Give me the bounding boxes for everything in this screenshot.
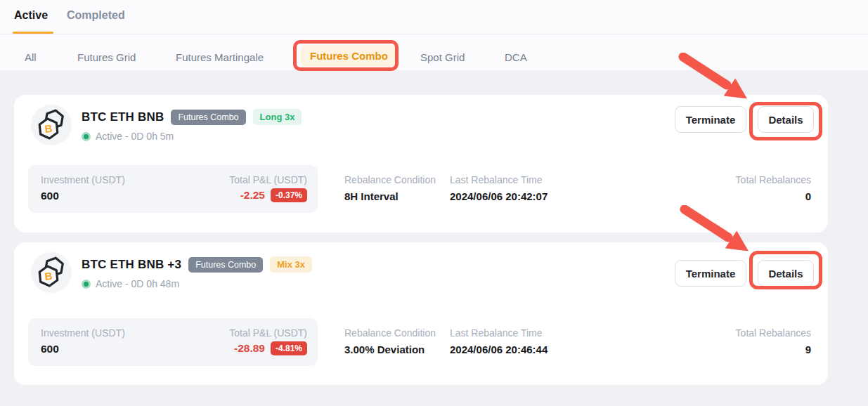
total-rebalances-value: 9 bbox=[736, 343, 811, 355]
rebalance-condition-label: Rebalance Condition bbox=[344, 327, 436, 339]
bot-status: Active - 0D 0h 5m bbox=[82, 131, 174, 142]
rebalance-condition-value: 8H Interval bbox=[344, 190, 436, 202]
bot-status: Active - 0D 0h 48m bbox=[82, 278, 179, 289]
bot-card-1: B BTC ETH BNB Futures Combo Long 3x Acti… bbox=[14, 95, 828, 233]
pnl-label: Total P&L (USDT) bbox=[229, 174, 307, 185]
bot-card-2: B BTC ETH BNB +3 Futures Combo Mix 3x Ac… bbox=[14, 242, 828, 385]
investment-label: Investment (USDT) bbox=[41, 174, 125, 185]
last-rebalance-time-label: Last Rebalance Time bbox=[450, 327, 548, 339]
investment-value: 600 bbox=[41, 343, 125, 355]
filter-tab-futures-combo-selected[interactable]: Futures Combo bbox=[301, 45, 397, 67]
trading-bots-page: Active Completed All Futures Grid Future… bbox=[0, 0, 868, 406]
last-rebalance-time-value: 2024/06/06 20:46:44 bbox=[450, 343, 548, 355]
terminate-button[interactable]: Terminate bbox=[675, 106, 746, 133]
bitcoin-hexagons-icon: B bbox=[31, 252, 72, 293]
svg-text:B: B bbox=[44, 122, 53, 135]
svg-text:B: B bbox=[44, 270, 53, 282]
pnl-value: -2.25 bbox=[240, 189, 265, 202]
last-rebalance-time-value: 2024/06/06 20:42:07 bbox=[450, 190, 548, 202]
header-divider bbox=[0, 34, 868, 34]
strategy-badge: Futures Combo bbox=[171, 110, 245, 125]
status-dot-icon bbox=[82, 132, 91, 141]
details-button[interactable]: Details bbox=[758, 106, 814, 133]
status-text: Active - 0D 0h 5m bbox=[96, 131, 174, 142]
status-dot-icon bbox=[82, 280, 91, 289]
strategy-badge: Futures Combo bbox=[188, 257, 263, 273]
terminate-button[interactable]: Terminate bbox=[675, 260, 746, 287]
tab-active[interactable]: Active bbox=[14, 9, 48, 22]
pnl-percent-badge: -4.81% bbox=[271, 341, 307, 355]
bitcoin-hexagons-icon: B bbox=[31, 105, 72, 145]
filter-tab-all[interactable]: All bbox=[25, 51, 37, 63]
pnl-percent-badge: -0.37% bbox=[271, 188, 307, 202]
investment-value: 600 bbox=[41, 190, 125, 202]
pnl-label: Total P&L (USDT) bbox=[229, 327, 307, 339]
last-rebalance-time-label: Last Rebalance Time bbox=[450, 174, 548, 185]
investment-label: Investment (USDT) bbox=[41, 327, 125, 339]
total-rebalances-label: Total Rebalances bbox=[736, 327, 811, 339]
filter-tab-dca[interactable]: DCA bbox=[505, 51, 527, 63]
bot-title: BTC ETH BNB +3 bbox=[82, 258, 181, 272]
filter-tab-spot-grid[interactable]: Spot Grid bbox=[420, 51, 465, 63]
filter-tab-futures-martingale[interactable]: Futures Martingale bbox=[176, 51, 264, 63]
bot-avatar: B bbox=[31, 105, 72, 145]
bot-avatar: B bbox=[31, 252, 72, 293]
total-rebalances-value: 0 bbox=[736, 190, 811, 202]
pnl-value: -28.89 bbox=[234, 342, 265, 355]
mode-badge: Mix 3x bbox=[270, 256, 312, 273]
bot-title: BTC ETH BNB bbox=[82, 110, 164, 124]
rebalance-condition-value: 3.00% Deviation bbox=[344, 343, 436, 355]
total-rebalances-label: Total Rebalances bbox=[736, 174, 811, 185]
rebalance-condition-label: Rebalance Condition bbox=[344, 174, 436, 185]
status-text: Active - 0D 0h 48m bbox=[96, 278, 179, 289]
details-button[interactable]: Details bbox=[758, 260, 814, 287]
mode-badge: Long 3x bbox=[253, 109, 302, 125]
investment-pnl-panel: Investment (USDT) 600 Total P&L (USDT) -… bbox=[28, 318, 318, 366]
filter-tab-futures-grid[interactable]: Futures Grid bbox=[77, 51, 136, 63]
investment-pnl-panel: Investment (USDT) 600 Total P&L (USDT) -… bbox=[28, 165, 318, 213]
tab-completed[interactable]: Completed bbox=[67, 9, 125, 22]
